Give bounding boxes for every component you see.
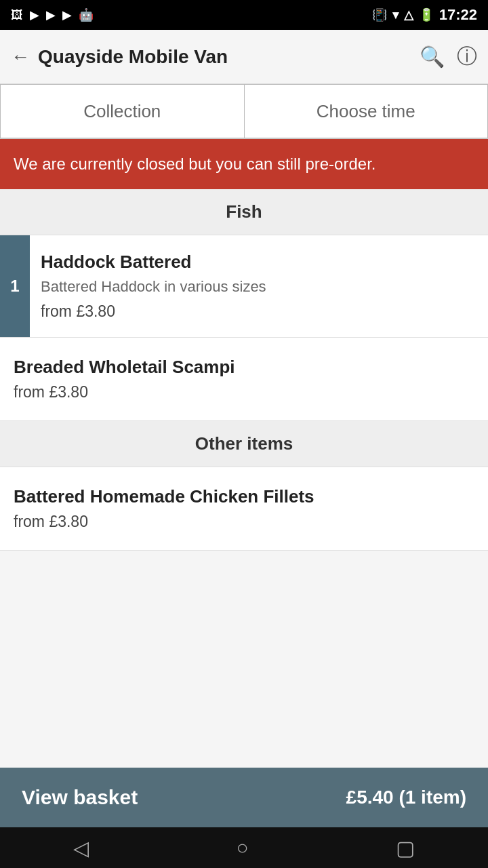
basket-total: £5.40 (1 item) (346, 787, 466, 808)
basket-label: View basket (22, 786, 138, 809)
tab-buttons-container: Collection Choose time (0, 84, 488, 139)
info-icon[interactable]: ⓘ (457, 43, 477, 71)
top-bar-action-icons: 🔍 ⓘ (420, 43, 477, 71)
android-icon: 🤖 (79, 7, 94, 22)
nav-home-icon[interactable]: ○ (236, 836, 248, 859)
view-basket-footer[interactable]: View basket £5.40 (1 item) (0, 768, 488, 827)
battery-icon: 🔋 (419, 7, 434, 22)
back-button[interactable]: ← (11, 46, 30, 68)
notice-text: We are currently closed but you can stil… (14, 155, 375, 173)
nav-bar: ◁ ○ ▢ (0, 827, 488, 868)
youtube-icon-1: ▶ (30, 7, 39, 22)
clock: 17:22 (439, 6, 477, 24)
nav-back-icon[interactable]: ◁ (73, 836, 89, 860)
wifi-icon: ▾ (392, 7, 399, 22)
signal-icon: △ (404, 7, 413, 22)
fish-section-header: Fish (0, 189, 488, 235)
nav-recents-icon[interactable]: ▢ (396, 836, 415, 860)
status-bar-left-icons: 🖼 ▶ ▶ ▶ 🤖 (11, 7, 94, 22)
notice-bar: We are currently closed but you can stil… (0, 139, 488, 189)
collection-tab[interactable]: Collection (0, 84, 244, 138)
top-bar: ← Quayside Mobile Van 🔍 ⓘ (0, 30, 488, 84)
status-bar-right-icons: 📳 ▾ △ 🔋 17:22 (372, 6, 477, 24)
other-items-section-header: Other items (0, 421, 488, 467)
item-name: Battered Homemade Chicken Fillets (14, 486, 474, 507)
item-name: Haddock Battered (41, 252, 474, 273)
list-item[interactable]: Breaded Wholetail Scampi from £3.80 (0, 338, 488, 421)
fish-label: Fish (226, 201, 262, 222)
item-badge: 1 (0, 235, 30, 337)
item-name: Breaded Wholetail Scampi (14, 357, 474, 378)
item-price: from £3.80 (14, 383, 474, 401)
vibrate-icon: 📳 (372, 7, 387, 22)
list-item[interactable]: Battered Homemade Chicken Fillets from £… (0, 467, 488, 551)
list-item[interactable]: 1 Haddock Battered Battered Haddock in v… (0, 235, 488, 338)
choose-time-tab[interactable]: Choose time (244, 84, 489, 138)
item-price: from £3.80 (14, 513, 474, 531)
search-icon[interactable]: 🔍 (420, 45, 445, 68)
page-title: Quayside Mobile Van (38, 46, 420, 68)
youtube-icon-2: ▶ (46, 7, 56, 22)
item-price: from £3.80 (41, 302, 474, 321)
other-items-label: Other items (195, 433, 293, 454)
item-description: Battered Haddock in various sizes (41, 278, 474, 296)
status-bar: 🖼 ▶ ▶ ▶ 🤖 📳 ▾ △ 🔋 17:22 (0, 0, 488, 30)
image-icon: 🖼 (11, 8, 23, 22)
youtube-icon-3: ▶ (62, 7, 72, 22)
